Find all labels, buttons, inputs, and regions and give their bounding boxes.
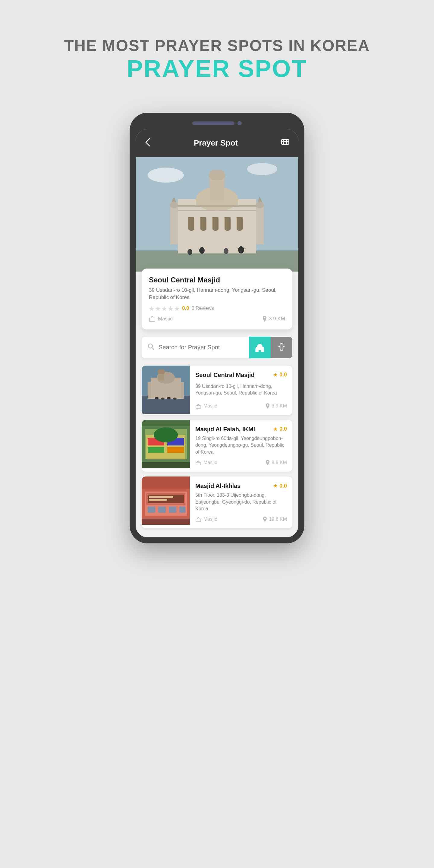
list-item[interactable]: Masjid Al-Ikhlas ★ 0.0 5th Floor, 133-3 … (142, 476, 292, 528)
svg-point-23 (238, 246, 244, 253)
list-item-header-1: Seoul Central Masjid ★ 0.0 (195, 372, 287, 378)
featured-meta: Masjid 3.9 KM (149, 315, 285, 322)
svg-point-26 (264, 317, 266, 318)
svg-point-77 (198, 517, 199, 518)
svg-point-78 (264, 518, 266, 519)
search-icon (148, 343, 154, 352)
svg-point-48 (198, 404, 199, 405)
app-header: Prayer Spot (135, 129, 299, 157)
search-section (135, 330, 299, 366)
list-item-rating-1: ★ 0.0 (273, 372, 287, 378)
listing-section: Seoul Central Masjid ★ 0.0 39 Usadan-ro … (135, 366, 299, 528)
list-item-image-2 (142, 420, 190, 472)
star-icon-3: ★ (273, 483, 278, 489)
svg-point-21 (199, 247, 205, 254)
svg-rect-58 (142, 462, 190, 468)
svg-rect-41 (148, 382, 151, 399)
svg-point-43 (155, 397, 158, 399)
svg-rect-10 (170, 205, 178, 244)
header-title: Prayer Spot (194, 138, 238, 148)
svg-rect-47 (196, 406, 201, 408)
svg-rect-71 (148, 507, 155, 513)
svg-point-3 (247, 163, 277, 175)
mosque-filter-button[interactable] (249, 337, 271, 358)
svg-rect-61 (196, 462, 201, 465)
svg-point-44 (161, 398, 164, 400)
featured-section: Seoul Central Masjid 39 Usadan-ro 10-gil… (135, 157, 299, 330)
rating-num-2: 0.0 (279, 426, 287, 432)
svg-point-46 (173, 398, 177, 400)
svg-point-49 (267, 404, 269, 406)
list-item-name-2: Masjid Al Falah, IKMI (195, 426, 270, 433)
list-item-header-2: Masjid Al Falah, IKMI ★ 0.0 (195, 426, 287, 433)
svg-point-2 (148, 167, 184, 183)
list-item-distance-2: 8.9 KM (266, 460, 287, 465)
svg-rect-56 (148, 447, 164, 453)
list-item-name-3: Masjid Al-Ikhlas (195, 483, 270, 490)
svg-rect-31 (255, 348, 257, 352)
svg-point-25 (152, 316, 153, 317)
search-input-container (142, 337, 249, 358)
list-item-content-3: Masjid Al-Ikhlas ★ 0.0 5th Floor, 133-3 … (190, 476, 292, 528)
list-item-footer-3: Masjid 19.6 KM (195, 516, 287, 522)
svg-rect-19 (178, 210, 256, 211)
featured-card: Seoul Central Masjid 39 Usadan-ro 10-gil… (142, 269, 292, 330)
phone-pill (192, 121, 235, 125)
featured-stars (149, 306, 180, 311)
list-item-header-3: Masjid Al-Ikhlas ★ 0.0 (195, 483, 287, 490)
phone-frame: Prayer Spot (130, 113, 304, 544)
list-item-type-1: Masjid (195, 403, 217, 409)
phone-screen: Prayer Spot (135, 129, 299, 537)
svg-rect-32 (263, 348, 264, 352)
svg-rect-69 (149, 496, 173, 498)
list-item-type-3: Masjid (195, 516, 217, 522)
svg-rect-68 (148, 495, 184, 503)
svg-rect-76 (196, 519, 201, 522)
svg-rect-57 (167, 447, 184, 453)
svg-rect-24 (150, 318, 155, 321)
search-row (142, 337, 292, 358)
star-icon-1: ★ (273, 372, 278, 378)
svg-point-63 (267, 461, 269, 463)
list-item-rating-3: ★ 0.0 (273, 483, 287, 489)
list-item-footer-2: Masjid 8.9 KM (195, 460, 287, 466)
svg-rect-73 (169, 507, 176, 513)
list-item-image-3 (142, 476, 190, 528)
list-item-address-3: 5th Floor, 133-3 Uijeongbu-dong, Euijeon… (195, 492, 287, 512)
hero-title: Prayer Spot (64, 55, 370, 83)
svg-rect-75 (142, 519, 190, 525)
map-icon[interactable] (281, 138, 289, 148)
list-item-type-2: Masjid (195, 460, 217, 466)
featured-name: Seoul Central Masjid (149, 276, 285, 284)
rating-num-1: 0.0 (279, 372, 287, 378)
prayer-filter-button[interactable] (271, 337, 292, 358)
list-item-address-1: 39 Usadan-ro 10-gil, Hannam-dong, Yongsa… (195, 383, 287, 397)
list-item-content-2: Masjid Al Falah, IKMI ★ 0.0 19 Singil-ro… (190, 420, 292, 472)
back-button[interactable] (145, 137, 151, 149)
hero-subtitle: The Most Prayer Spots in Korea (64, 36, 370, 55)
svg-point-45 (167, 397, 170, 399)
svg-rect-60 (154, 433, 178, 436)
bottom-padding (135, 528, 299, 537)
svg-point-40 (158, 369, 165, 374)
svg-rect-18 (178, 205, 256, 207)
list-item-rating-2: ★ 0.0 (273, 426, 287, 433)
list-item[interactable]: Seoul Central Masjid ★ 0.0 39 Usadan-ro … (142, 366, 292, 415)
featured-type: Masjid (149, 315, 173, 322)
svg-point-20 (187, 249, 192, 255)
phone-notch (135, 119, 299, 129)
svg-point-29 (258, 344, 261, 347)
list-item[interactable]: Masjid Al Falah, IKMI ★ 0.0 19 Singil-ro… (142, 420, 292, 472)
search-input[interactable] (158, 344, 243, 351)
svg-rect-74 (179, 507, 185, 513)
svg-point-62 (198, 461, 199, 462)
featured-reviews: 0 Reviews (192, 306, 214, 311)
rating-num-3: 0.0 (279, 483, 287, 489)
svg-rect-42 (181, 382, 184, 399)
list-item-distance-3: 19.6 KM (263, 517, 287, 522)
featured-rating-row: 0.0 0 Reviews (149, 305, 285, 311)
hero-section: The Most Prayer Spots in Korea Prayer Sp… (64, 36, 370, 83)
list-item-distance-1: 3.9 KM (266, 403, 287, 409)
svg-point-22 (224, 248, 228, 254)
svg-rect-14 (256, 205, 264, 244)
